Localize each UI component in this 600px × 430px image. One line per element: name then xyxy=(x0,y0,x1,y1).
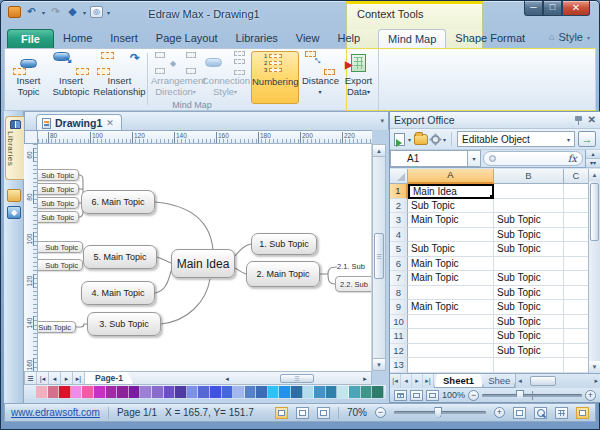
cell-A2[interactable]: Sub Topic xyxy=(408,199,494,214)
row-header-3[interactable]: 3 xyxy=(390,213,408,228)
maximize-button[interactable]: □ xyxy=(543,1,562,16)
style-dropdown-icon[interactable]: ▾ xyxy=(587,34,590,41)
grid-toggle-icon[interactable] xyxy=(555,407,568,419)
cell-A1[interactable]: Main Idea xyxy=(408,184,494,199)
save-icon[interactable] xyxy=(8,6,21,18)
canvas-zoom-thumb[interactable] xyxy=(434,407,442,418)
row-header-6[interactable]: 6 xyxy=(390,257,408,272)
minimize-button[interactable]: ─ xyxy=(524,1,543,16)
hscroll-thumb[interactable]: ☰ xyxy=(280,374,314,383)
palette-swatch[interactable] xyxy=(314,386,326,398)
sheet-vertical-scrollbar[interactable]: ▲ ▼ xyxy=(588,169,600,373)
cell-B11[interactable]: Sub Topic xyxy=(494,329,564,344)
pan-tool-icon[interactable]: ◆ xyxy=(66,6,79,18)
next-page-icon[interactable]: ▸ xyxy=(61,372,73,384)
style-button[interactable]: ⌂ Style ▾ xyxy=(549,31,590,43)
palette-swatch[interactable] xyxy=(187,386,199,398)
settings-dropdown-icon[interactable]: ▾ xyxy=(443,136,446,143)
cell-B10[interactable]: Sub Topic xyxy=(494,315,564,330)
hscroll-left-icon[interactable]: ◂ xyxy=(221,372,233,385)
page-layout-view-icon[interactable] xyxy=(410,390,423,401)
cell-B4[interactable]: Sub Topic xyxy=(494,228,564,243)
undo-dropdown-icon[interactable]: ▾ xyxy=(42,9,45,16)
cell-A4[interactable] xyxy=(408,228,494,243)
palette-swatch[interactable] xyxy=(164,386,176,398)
close-button[interactable]: ✕ xyxy=(562,1,590,16)
scroll-thumb[interactable]: ☰ xyxy=(374,233,384,279)
fx-icon[interactable]: fx xyxy=(568,153,577,164)
sheet-tab-partial[interactable]: Shee xyxy=(483,374,515,388)
row-header-10[interactable]: 10 xyxy=(390,315,408,330)
cell-A10[interactable] xyxy=(408,315,494,330)
hscroll-right-icon[interactable]: ▸ xyxy=(359,372,371,385)
sheet-next-icon[interactable]: ▸ xyxy=(412,374,423,388)
tab-mind-map[interactable]: Mind Map xyxy=(378,29,446,48)
cell-C2[interactable] xyxy=(564,199,588,214)
page-break-view-icon[interactable] xyxy=(426,390,439,401)
formula-input[interactable]: fx xyxy=(483,151,583,166)
normal-view-button[interactable] xyxy=(275,407,288,419)
sheet-scroll-down-icon[interactable]: ▼ xyxy=(589,361,600,373)
cell-C9[interactable] xyxy=(564,300,588,315)
subtopic-stub[interactable]: Sub Topic xyxy=(38,183,79,195)
palette-swatch[interactable] xyxy=(268,386,280,398)
horizontal-ruler[interactable]: 80100120140160180200220 xyxy=(38,130,372,144)
cell-A13[interactable] xyxy=(408,358,494,373)
document-close-icon[interactable]: ✕ xyxy=(106,118,114,128)
tab-list-dropdown-icon[interactable]: ▾ xyxy=(380,117,384,125)
cell-A12[interactable] xyxy=(408,344,494,359)
normal-view-icon[interactable] xyxy=(394,390,407,401)
palette-swatch[interactable] xyxy=(372,386,384,398)
sheet-prev-icon[interactable]: ◂ xyxy=(401,374,412,388)
palette-swatch[interactable] xyxy=(222,386,234,398)
print-preview-icon[interactable]: ◎ xyxy=(90,6,103,18)
open-folder-icon[interactable] xyxy=(414,134,428,145)
mindmap-node-6[interactable]: 6. Main Topic xyxy=(81,190,155,214)
arrangement-direction-button[interactable]: ◆ Arrangement Direction▾ xyxy=(151,51,200,101)
palette-swatch[interactable] xyxy=(198,386,210,398)
cell-C4[interactable] xyxy=(564,228,588,243)
insert-topic-button[interactable]: Insert Topic xyxy=(9,51,48,101)
row-header-13[interactable]: 13 xyxy=(390,358,408,373)
fit-to-window-icon[interactable] xyxy=(513,407,526,419)
export-data-button[interactable]: ▶ Export Data▾ xyxy=(340,51,377,101)
cell-A6[interactable]: Main Topic xyxy=(408,257,494,272)
row-header-1[interactable]: 1 xyxy=(390,184,408,199)
row-header-8[interactable]: 8 xyxy=(390,286,408,301)
pan-mode-icon[interactable] xyxy=(576,407,589,419)
cell-C1[interactable] xyxy=(564,184,588,199)
palette-swatch[interactable] xyxy=(361,386,373,398)
export-new-icon[interactable] xyxy=(394,133,405,146)
row-header-9[interactable]: 9 xyxy=(390,300,408,315)
vertical-ruler[interactable]: 6080100120140160 xyxy=(24,144,38,371)
cell-A3[interactable]: Main Topic xyxy=(408,213,494,228)
palette-swatch[interactable] xyxy=(140,386,152,398)
insert-relationship-button[interactable]: ↷ Insert Relationship xyxy=(93,51,146,101)
palette-swatch[interactable] xyxy=(279,386,291,398)
cell-B7[interactable]: Sub Topic xyxy=(494,271,564,286)
cell-B2[interactable] xyxy=(494,199,564,214)
subtopic-stub[interactable]: Sub Topic xyxy=(38,197,79,209)
palette-swatch[interactable] xyxy=(129,386,141,398)
scroll-up-icon[interactable]: ▲ xyxy=(373,145,385,157)
sheet-zoom-out-icon[interactable]: − xyxy=(468,390,479,401)
cell-A8[interactable] xyxy=(408,286,494,301)
palette-swatch[interactable] xyxy=(117,386,129,398)
sheet-last-icon[interactable]: ▸| xyxy=(423,374,434,388)
cell-A9[interactable]: Main Topic xyxy=(408,300,494,315)
tab-help[interactable]: Help xyxy=(328,29,369,48)
palette-swatch[interactable] xyxy=(349,386,361,398)
palette-swatch[interactable] xyxy=(303,386,315,398)
palette-swatch[interactable] xyxy=(71,386,83,398)
cell-B6[interactable] xyxy=(494,257,564,272)
palette-swatch[interactable] xyxy=(94,386,106,398)
select-all-corner[interactable] xyxy=(390,169,408,184)
distance-button[interactable]: ↔ Distance▾ xyxy=(302,51,338,101)
tab-view[interactable]: View xyxy=(287,29,329,48)
subtopic-stub[interactable]: Sub Topic xyxy=(38,321,76,333)
drawing-canvas[interactable]: Sub Topic Sub Topic Sub Topic Sub Topic … xyxy=(38,144,372,371)
ruler-toggle-icon[interactable]: ☰ xyxy=(25,372,37,384)
cell-C11[interactable] xyxy=(564,329,588,344)
subtopic-stub[interactable]: Sub Topic xyxy=(38,169,79,181)
subtopic-stub[interactable]: Sub Topic xyxy=(38,211,79,223)
